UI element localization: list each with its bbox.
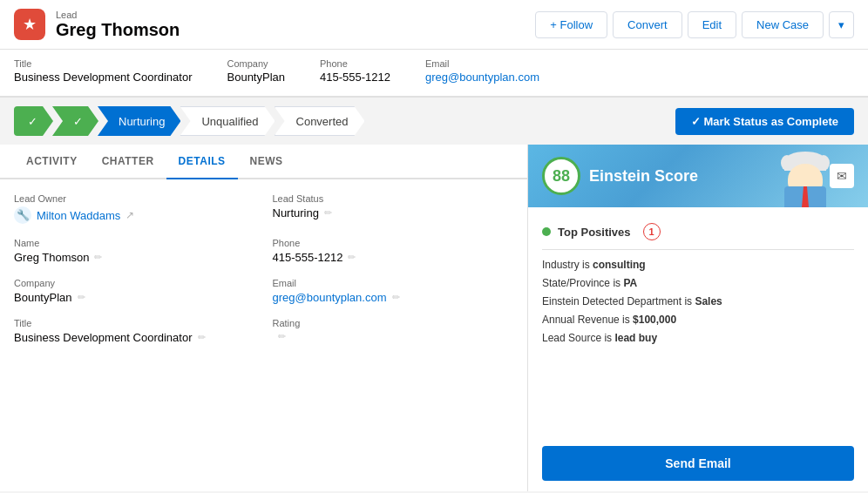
follow-button[interactable]: + Follow <box>535 11 607 38</box>
phone-group: Phone 415-555-1212 ✏ <box>273 238 514 264</box>
fields-grid: Lead Owner 🔧 Milton Waddams ↗ Lead Statu… <box>14 193 513 344</box>
positive-revenue-value: $100,000 <box>633 314 676 326</box>
rating-edit-icon[interactable]: ✏ <box>278 331 286 342</box>
title-value: Business Development Coordinator <box>14 71 193 84</box>
einstein-body: Top Positives 1 Industry is consulting S… <box>528 207 868 446</box>
company-detail-label: Company <box>14 278 255 288</box>
email-label: Email <box>425 58 539 69</box>
lead-status-edit-icon[interactable]: ✏ <box>324 207 332 219</box>
positive-state-value: PA <box>623 277 637 289</box>
einstein-score-area: 88 Einstein Score <box>542 157 698 195</box>
name-group: Name Greg Thomson ✏ <box>14 238 255 264</box>
info-bar: Title Business Development Coordinator C… <box>0 50 868 98</box>
header-left: ★ Lead Greg Thomson <box>14 9 180 40</box>
email-link[interactable]: greg@bountyplan.com <box>425 71 539 84</box>
status-bar: ✓ ✓ Nurturing Unqualified Converted ✓ Ma… <box>0 98 868 145</box>
company-edit-icon[interactable]: ✏ <box>78 292 85 303</box>
lead-status-label: Lead Status <box>273 193 514 204</box>
tab-activity[interactable]: ACTIVITY <box>14 145 90 179</box>
more-actions-button[interactable]: ▾ <box>829 11 854 38</box>
title-detail-label: Title <box>14 318 255 328</box>
name-edit-icon[interactable]: ✏ <box>94 252 102 263</box>
tab-chatter[interactable]: CHATTER <box>90 145 166 179</box>
top-positives-header: Top Positives 1 <box>542 218 854 250</box>
title-field: Title Business Development Coordinator <box>14 58 193 84</box>
step-unqualified[interactable]: Unqualified <box>180 106 275 136</box>
lookup-icon[interactable]: ↗ <box>125 209 134 221</box>
lead-owner-value: 🔧 Milton Waddams ↗ <box>14 206 255 224</box>
einstein-score-circle: 88 <box>542 157 580 195</box>
email-detail-group: Email greg@bountyplan.com ✏ <box>273 278 514 304</box>
tabs: ACTIVITY CHATTER DETAILS NEWS <box>0 145 527 179</box>
details-content: Lead Owner 🔧 Milton Waddams ↗ Lead Statu… <box>0 179 527 491</box>
page-header: ★ Lead Greg Thomson + Follow Convert Edi… <box>0 0 868 50</box>
rating-label: Rating <box>273 318 514 328</box>
status-steps: ✓ ✓ Nurturing Unqualified Converted <box>14 106 665 136</box>
tab-details[interactable]: DETAILS <box>166 145 238 179</box>
positive-leadsource-value: lead buy <box>614 332 657 344</box>
email-field: Email greg@bountyplan.com <box>425 58 539 84</box>
green-dot-icon <box>542 227 551 236</box>
record-type-label: Lead <box>56 10 180 20</box>
phone-value: 415-555-1212 <box>320 71 390 84</box>
step-converted[interactable]: Converted <box>275 106 365 136</box>
positive-revenue: Annual Revenue is $100,000 <box>542 314 854 326</box>
avatar-hair-right <box>817 155 830 171</box>
phone-field: Phone 415-555-1212 <box>320 58 390 84</box>
lead-icon: ★ <box>14 9 45 40</box>
positive-dept-value: Sales <box>695 295 722 307</box>
owner-avatar: 🔧 <box>14 206 31 224</box>
tab-news[interactable]: NEWS <box>238 145 295 179</box>
einstein-header: 88 Einstein Score ✉ <box>528 145 868 207</box>
send-email-button[interactable]: Send Email <box>542 446 854 481</box>
positive-leadsource: Lead Source is lead buy <box>542 332 854 344</box>
einstein-avatar <box>781 152 830 207</box>
owner-link[interactable]: Milton Waddams <box>37 209 120 222</box>
title-label: Title <box>14 58 193 69</box>
new-case-button[interactable]: New Case <box>742 11 824 38</box>
step-nurturing[interactable]: Nurturing <box>98 106 180 136</box>
phone-detail-label: Phone <box>273 238 514 248</box>
positive-state: State/Province is PA <box>542 277 854 289</box>
lead-owner-group: Lead Owner 🔧 Milton Waddams ↗ <box>14 193 255 224</box>
rating-value: ✏ <box>273 331 514 342</box>
main-content: ACTIVITY CHATTER DETAILS NEWS Lead Owner… <box>0 145 868 491</box>
lead-status-group: Lead Status Nurturing ✏ <box>273 193 514 224</box>
email-value: greg@bountyplan.com <box>425 71 539 84</box>
company-value: BountyPlan <box>227 71 286 84</box>
company-detail-value: BountyPlan ✏ <box>14 291 255 304</box>
positive-department: Einstein Detected Department is Sales <box>542 295 854 307</box>
einstein-title: Einstein Score <box>589 167 698 186</box>
mark-complete-button[interactable]: ✓ Mark Status as Complete <box>675 108 854 135</box>
title-detail-value: Business Development Coordinator ✏ <box>14 331 255 344</box>
einstein-mail-button[interactable]: ✉ <box>830 164 854 188</box>
positive-industry: Industry is consulting <box>542 259 854 271</box>
positive-industry-value: consulting <box>593 259 646 271</box>
name-label: Name <box>14 238 255 248</box>
convert-button[interactable]: Convert <box>613 11 682 38</box>
email-detail-label: Email <box>273 278 514 288</box>
edit-button[interactable]: Edit <box>688 11 736 38</box>
phone-label: Phone <box>320 58 390 69</box>
phone-edit-icon[interactable]: ✏ <box>348 252 356 263</box>
top-positives-label: Top Positives <box>558 226 631 239</box>
step-2[interactable]: ✓ <box>52 106 98 136</box>
left-panel: ACTIVITY CHATTER DETAILS NEWS Lead Owner… <box>0 145 528 491</box>
company-group: Company BountyPlan ✏ <box>14 278 255 304</box>
phone-detail-value: 415-555-1212 ✏ <box>273 251 514 264</box>
record-name: Greg Thomson <box>56 20 180 40</box>
email-detail-value: greg@bountyplan.com ✏ <box>273 291 514 304</box>
lead-owner-label: Lead Owner <box>14 193 255 204</box>
company-field: Company BountyPlan <box>227 58 286 84</box>
email-edit-icon[interactable]: ✏ <box>392 292 400 303</box>
email-detail-link[interactable]: greg@bountyplan.com <box>273 291 387 304</box>
title-detail-group: Title Business Development Coordinator ✏ <box>14 318 255 344</box>
positives-badge: 1 <box>643 223 661 240</box>
title-edit-icon[interactable]: ✏ <box>198 332 206 343</box>
lead-status-value: Nurturing ✏ <box>273 206 514 219</box>
rating-group: Rating ✏ <box>273 318 514 344</box>
company-label: Company <box>227 58 286 69</box>
name-value: Greg Thomson ✏ <box>14 251 255 264</box>
step-1[interactable]: ✓ <box>14 106 53 136</box>
right-panel: 88 Einstein Score ✉ Top Positives 1 Indu… <box>528 145 868 491</box>
